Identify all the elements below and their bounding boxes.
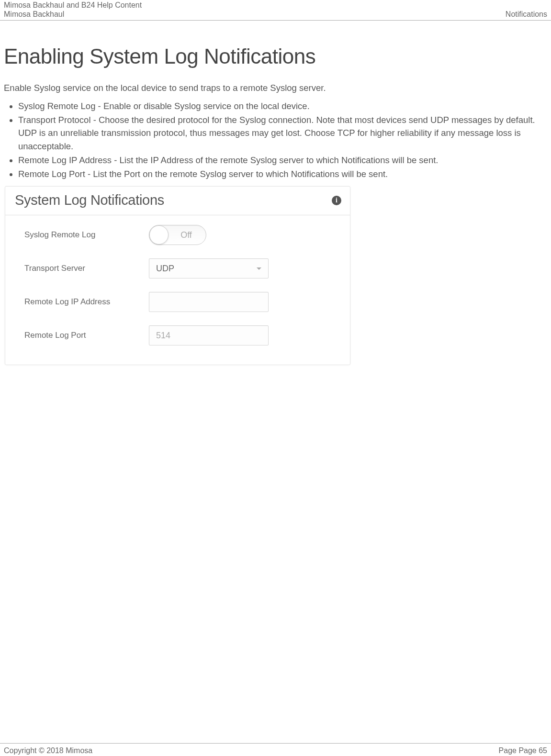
header-left: Mimosa Backhaul (4, 10, 64, 19)
label-ip: Remote Log IP Address (24, 297, 149, 307)
info-icon[interactable]: i (332, 196, 341, 205)
row-port: Remote Log Port 514 (24, 325, 336, 345)
panel-title: System Log Notifications (15, 192, 164, 208)
header-right: Notifications (506, 10, 547, 19)
page-intro: Enable Syslog service on the local devic… (4, 82, 547, 95)
input-remote-port-value: 514 (156, 331, 170, 341)
row-ip: Remote Log IP Address (24, 292, 336, 312)
panel-body: Syslog Remote Log Off Transport Server U… (5, 215, 350, 365)
chevron-down-icon (257, 267, 261, 270)
panel-header: System Log Notifications i (5, 187, 350, 215)
footer-copyright: Copyright © 2018 Mimosa (4, 746, 92, 755)
bullet-list: Syslog Remote Log - Enable or disable Sy… (4, 100, 547, 181)
page-header: Mimosa Backhaul and B24 Help Content Mim… (0, 0, 551, 21)
select-transport-value: UDP (156, 264, 174, 274)
page-title: Enabling System Log Notifications (4, 44, 547, 68)
label-port: Remote Log Port (24, 331, 149, 340)
input-remote-port[interactable]: 514 (149, 325, 269, 345)
row-syslog-remote: Syslog Remote Log Off (24, 225, 336, 245)
footer-page: Page Page 65 (499, 746, 547, 755)
row-transport: Transport Server UDP (24, 258, 336, 278)
list-item: Remote Log Port - List the Port on the r… (18, 167, 547, 181)
header-line1: Mimosa Backhaul and B24 Help Content (4, 1, 547, 10)
toggle-syslog-remote[interactable]: Off (149, 225, 206, 245)
page-footer: Copyright © 2018 Mimosa Page Page 65 (0, 743, 551, 756)
toggle-knob (149, 225, 169, 245)
input-remote-ip[interactable] (149, 292, 269, 312)
label-transport: Transport Server (24, 264, 149, 273)
list-item: Transport Protocol - Choose the desired … (18, 113, 547, 153)
syslog-panel: System Log Notifications i Syslog Remote… (5, 186, 350, 365)
list-item: Remote Log IP Address - List the IP Addr… (18, 154, 547, 167)
list-item: Syslog Remote Log - Enable or disable Sy… (18, 100, 547, 113)
select-transport[interactable]: UDP (149, 258, 269, 278)
page-content: Enabling System Log Notifications Enable… (0, 21, 551, 375)
label-syslog-remote: Syslog Remote Log (24, 230, 149, 240)
